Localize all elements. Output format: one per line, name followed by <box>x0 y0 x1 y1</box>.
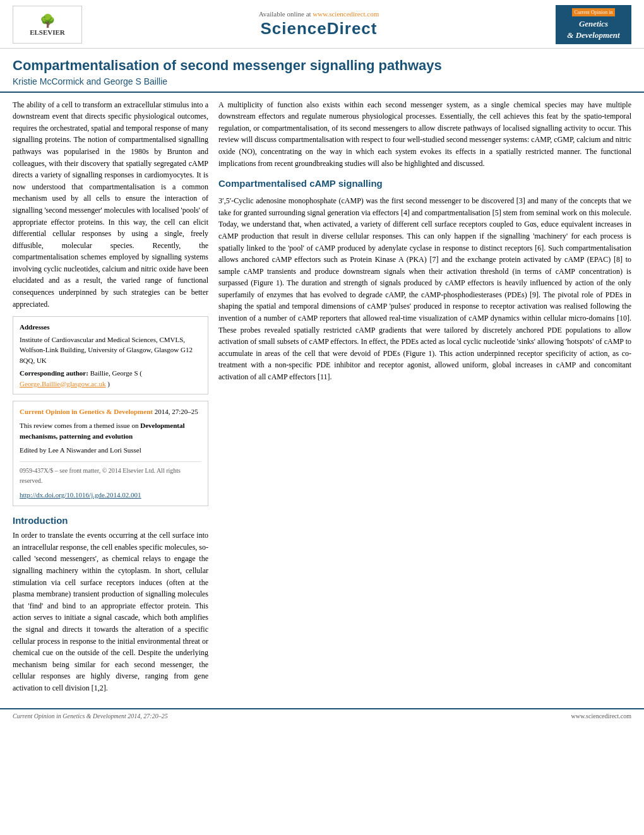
article-title: Compartmentalisation of second messenger… <box>13 57 631 74</box>
introduction-text: In order to translate the events occurri… <box>13 530 208 694</box>
available-online-text: Available online at www.sciencedirect.co… <box>82 10 556 18</box>
camp-section-text: 3′,5′-Cyclic adenosine monophosphate (cA… <box>218 195 631 383</box>
themed-issue-line: This review comes from a themed issue on… <box>20 420 201 442</box>
addresses-box: Addresses Institute of Cardiovascular an… <box>13 316 208 394</box>
corresponding-label: Corresponding author: <box>20 369 88 377</box>
page-header: 🌳 ELSEVIER Available online at www.scien… <box>0 0 644 49</box>
addresses-label: Addresses <box>20 322 201 333</box>
header-center: Available online at www.sciencedirect.co… <box>82 10 556 38</box>
sciencedirect-logo-text: ScienceDirect <box>82 19 556 38</box>
journal-info-box: Current Opinion in Genetics & Developmen… <box>13 401 208 506</box>
footer-url: www.sciencedirect.com <box>571 713 631 720</box>
left-column: The ability of a cell to transform an ex… <box>13 93 208 698</box>
camp-section-heading: Compartmentalised cAMP signalling <box>218 178 631 189</box>
main-content: The ability of a cell to transform an ex… <box>0 93 644 698</box>
journal-info-title: Current Opinion in Genetics & Developmen… <box>20 408 153 415</box>
institute-address: Institute of Cardiovascular and Medical … <box>20 335 201 366</box>
elsevier-wordmark: ELSEVIER <box>30 28 65 36</box>
journal-badge: Current Opinion in Genetics & Developmen… <box>556 5 631 44</box>
introduction-heading: Introduction <box>13 515 208 526</box>
corresponding-author: Corresponding author: Baillie, George S … <box>20 368 201 389</box>
journal-year: 2014, 27:20–25 <box>155 408 198 415</box>
copyright-text: 0959-437X/$ – see front matter, © 2014 E… <box>20 461 201 501</box>
journal-name: Genetics & Development <box>559 18 628 41</box>
abstract-left: The ability of a cell to transform an ex… <box>13 99 208 311</box>
doi-link[interactable]: http://dx.doi.org/10.1016/j.gde.2014.02.… <box>20 490 201 501</box>
sciencedirect-url[interactable]: www.sciencedirect.com <box>313 10 379 18</box>
article-authors: Kristie McCormick and George S Baillie <box>13 76 631 86</box>
editor-line: Edited by Lee A Niswander and Lori Susse… <box>20 445 201 456</box>
title-area: Compartmentalisation of second messenger… <box>0 49 644 93</box>
author-email[interactable]: George.Baillie@glasgow.ac.uk <box>20 380 106 388</box>
page-footer: Current Opinion in Genetics & Developmen… <box>0 708 644 723</box>
current-opinion-label: Current Opinion in <box>572 8 616 16</box>
elsevier-logo: 🌳 ELSEVIER <box>13 6 82 44</box>
abstract-right: A multiplicity of function also exists w… <box>218 99 631 170</box>
right-column: A multiplicity of function also exists w… <box>218 93 631 698</box>
footer-journal-info: Current Opinion in Genetics & Developmen… <box>13 713 168 720</box>
